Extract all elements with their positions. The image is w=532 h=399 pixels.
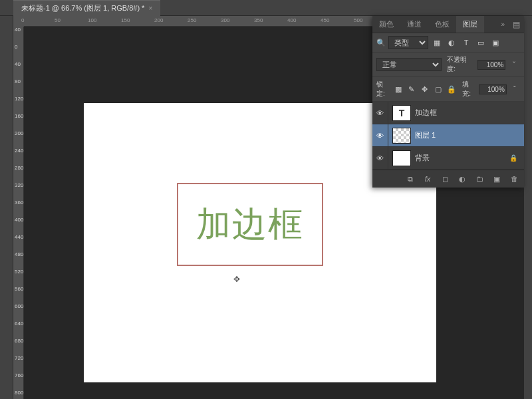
- panel-tab-bar: 颜色 通道 色板 图层 » ▤: [372, 16, 524, 33]
- filter-type-icon[interactable]: T: [460, 37, 472, 49]
- filter-pixel-icon[interactable]: ▦: [431, 37, 443, 49]
- ruler-v-tick: 440: [15, 234, 23, 240]
- close-icon[interactable]: ×: [148, 5, 152, 12]
- ruler-h-tick: 50: [55, 17, 61, 23]
- move-cursor-icon: ✥: [233, 275, 240, 284]
- ruler-v-tick: 240: [15, 148, 23, 154]
- ruler-h-tick: 450: [321, 17, 329, 23]
- panel-footer: ⧉ fx ◻ ◐ 🗀 ▣ 🗑: [372, 170, 524, 188]
- lock-icon: 🔒: [509, 154, 520, 162]
- link-layers-icon[interactable]: ⧉: [404, 173, 416, 185]
- ruler-h-tick: 150: [121, 17, 130, 23]
- lock-label: 锁定:: [376, 80, 390, 98]
- layer-item[interactable]: 👁图层 1: [372, 124, 524, 147]
- filter-adjustment-icon[interactable]: ◐: [446, 37, 458, 49]
- canvas-text: 加边框: [196, 201, 304, 248]
- text-layer-thumb-icon[interactable]: T: [392, 105, 411, 121]
- panel-menu-icon[interactable]: ▤: [509, 17, 524, 32]
- opacity-chevron-icon[interactable]: ˇ: [508, 59, 520, 70]
- ruler-v-tick: 560: [15, 286, 23, 292]
- ruler-vertical: 4004080120160200240280320360400440480520…: [13, 27, 24, 399]
- lock-transparency-icon[interactable]: ▩: [392, 83, 403, 95]
- tab-swatches[interactable]: 色板: [428, 16, 456, 33]
- left-toolbar: [0, 16, 13, 399]
- lock-artboard-icon[interactable]: ▢: [433, 83, 444, 95]
- ruler-v-tick: 600: [15, 303, 23, 309]
- visibility-icon[interactable]: 👁: [372, 124, 388, 146]
- adjustment-layer-icon[interactable]: ◐: [456, 173, 468, 185]
- layer-thumbnail[interactable]: [392, 128, 411, 144]
- ruler-v-tick: 120: [15, 96, 23, 102]
- ruler-v-tick: 760: [15, 372, 23, 378]
- layer-filter-row: 🔍 类型 ▦ ◐ T ▭ ▣: [372, 33, 524, 53]
- ruler-v-tick: 480: [15, 251, 23, 257]
- lock-position-icon[interactable]: ✥: [420, 83, 430, 95]
- right-dock-strip: [524, 16, 532, 399]
- ruler-v-tick: 800: [15, 390, 23, 396]
- ruler-v-tick: 40: [15, 61, 21, 67]
- tab-color[interactable]: 颜色: [372, 16, 400, 33]
- layer-thumbnail[interactable]: [392, 150, 411, 166]
- layer-group-icon[interactable]: 🗀: [473, 173, 485, 185]
- ruler-h-tick: 500: [354, 17, 362, 23]
- ruler-v-tick: 720: [15, 355, 23, 361]
- ruler-v-tick: 280: [15, 165, 23, 171]
- layer-name[interactable]: 加边框: [415, 108, 520, 118]
- fill-input[interactable]: [479, 84, 507, 94]
- ruler-v-tick: 200: [15, 130, 23, 136]
- document-tab-bar: 未标题-1 @ 66.7% (图层 1, RGB/8#) * ×: [0, 0, 532, 16]
- new-layer-icon[interactable]: ▣: [491, 173, 503, 185]
- ruler-v-tick: 0: [15, 44, 17, 50]
- visibility-icon[interactable]: 👁: [372, 147, 388, 169]
- filter-smart-icon[interactable]: ▣: [489, 37, 501, 49]
- text-bounding-box[interactable]: 加边框: [177, 183, 323, 266]
- layers-list: 👁T加边框👁图层 1👁背景🔒: [372, 102, 524, 170]
- delete-layer-icon[interactable]: 🗑: [508, 173, 520, 185]
- fill-chevron-icon[interactable]: ˇ: [509, 83, 520, 95]
- ruler-v-tick: 520: [15, 269, 23, 275]
- ruler-v-tick: 360: [15, 200, 23, 205]
- tab-layers[interactable]: 图层: [456, 16, 484, 33]
- layers-panel: 颜色 通道 色板 图层 » ▤ 🔍 类型 ▦ ◐ T ▭ ▣ 正常 不透明度: …: [372, 16, 524, 188]
- layer-item[interactable]: 👁背景🔒: [372, 147, 524, 170]
- lock-row: 锁定: ▩ ✎ ✥ ▢ 🔒 填充: ˇ: [372, 77, 524, 102]
- ruler-v-tick: 160: [15, 113, 23, 119]
- ruler-v-tick: 400: [15, 217, 23, 223]
- ruler-h-tick: 100: [88, 17, 96, 23]
- ruler-v-tick: 640: [15, 321, 23, 327]
- ruler-h-tick: 400: [287, 17, 296, 23]
- collapse-icon[interactable]: »: [497, 18, 509, 31]
- lock-brush-icon[interactable]: ✎: [406, 83, 417, 95]
- layer-name[interactable]: 背景: [415, 153, 505, 163]
- ruler-h-tick: 250: [188, 17, 196, 23]
- document-title: 未标题-1 @ 66.7% (图层 1, RGB/8#) *: [21, 3, 144, 13]
- ruler-h-tick: 350: [254, 17, 263, 23]
- ruler-h-tick: 200: [154, 17, 163, 23]
- layer-item[interactable]: 👁T加边框: [372, 102, 524, 124]
- ruler-v-tick: 320: [15, 182, 23, 188]
- filter-type-select[interactable]: 类型: [388, 36, 428, 49]
- ruler-v-tick: 40: [15, 27, 21, 33]
- visibility-icon[interactable]: 👁: [372, 102, 388, 124]
- lock-all-icon[interactable]: 🔒: [446, 83, 457, 95]
- search-icon: 🔍: [376, 39, 386, 47]
- ruler-v-tick: 80: [15, 78, 21, 84]
- layer-fx-icon[interactable]: fx: [422, 173, 434, 185]
- fill-label: 填充:: [462, 80, 475, 98]
- opacity-label: 不透明度:: [447, 55, 475, 74]
- tab-channels[interactable]: 通道: [400, 16, 428, 33]
- blend-row: 正常 不透明度: ˇ: [372, 53, 524, 77]
- filter-shape-icon[interactable]: ▭: [475, 37, 487, 49]
- layer-name[interactable]: 图层 1: [415, 130, 520, 140]
- ruler-v-tick: 680: [15, 338, 23, 344]
- layer-mask-icon[interactable]: ◻: [439, 173, 451, 185]
- ruler-h-tick: 300: [221, 17, 229, 23]
- document-tab[interactable]: 未标题-1 @ 66.7% (图层 1, RGB/8#) * ×: [13, 0, 160, 16]
- blend-mode-select[interactable]: 正常: [376, 58, 442, 71]
- ruler-h-tick: 0: [21, 17, 24, 23]
- opacity-input[interactable]: [477, 60, 505, 70]
